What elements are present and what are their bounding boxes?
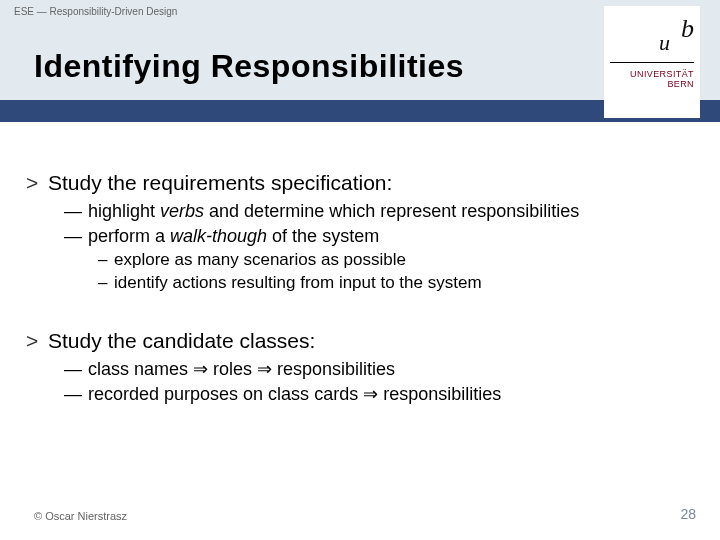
page-number: 28 <box>680 506 696 522</box>
university-logo: b u UNIVERSITÄT BERN <box>604 6 700 118</box>
emdash-icon: — <box>64 225 88 248</box>
bullet-lvl1: > Study the requirements specification: <box>26 170 694 196</box>
logo-letter-u: u <box>659 30 670 56</box>
logo-letter-b: b <box>681 14 694 44</box>
bullet-lvl2: — recorded purposes on class cards ⇒ res… <box>64 383 694 406</box>
bullet-lvl2: — class names ⇒ roles ⇒ responsibilities <box>64 358 694 381</box>
bullet-text: identify actions resulting from input to… <box>114 272 482 293</box>
endash-icon: – <box>98 272 114 293</box>
spacer <box>26 294 694 328</box>
bullet-text: Study the requirements specification: <box>48 170 392 196</box>
bullet-text: class names ⇒ roles ⇒ responsibilities <box>88 358 395 381</box>
emdash-icon: — <box>64 200 88 223</box>
logo-wordmark: UNIVERSITÄT BERN <box>610 70 694 90</box>
chevron-right-icon: > <box>26 328 48 354</box>
chevron-right-icon: > <box>26 170 48 196</box>
emdash-icon: — <box>64 383 88 406</box>
breadcrumb: ESE — Responsibility-Driven Design <box>14 6 177 17</box>
slide-body: > Study the requirements specification: … <box>26 170 694 407</box>
bullet-lvl1: > Study the candidate classes: <box>26 328 694 354</box>
bullet-text: explore as many scenarios as possible <box>114 249 406 270</box>
bullet-text: highlight verbs and determine which repr… <box>88 200 579 223</box>
bullet-lvl3: – identify actions resulting from input … <box>98 272 694 293</box>
bullet-lvl2: — perform a walk-though of the system <box>64 225 694 248</box>
logo-divider <box>610 62 694 63</box>
footer-copyright: © Oscar Nierstrasz <box>34 510 127 522</box>
bullet-text: Study the candidate classes: <box>48 328 315 354</box>
bullet-text: perform a walk-though of the system <box>88 225 379 248</box>
logo-line2: BERN <box>610 80 694 90</box>
emdash-icon: — <box>64 358 88 381</box>
slide: ESE — Responsibility-Driven Design Ident… <box>0 0 720 540</box>
page-title: Identifying Responsibilities <box>34 48 464 85</box>
endash-icon: – <box>98 249 114 270</box>
bullet-lvl2: — highlight verbs and determine which re… <box>64 200 694 223</box>
bullet-text: recorded purposes on class cards ⇒ respo… <box>88 383 501 406</box>
bullet-lvl3: – explore as many scenarios as possible <box>98 249 694 270</box>
